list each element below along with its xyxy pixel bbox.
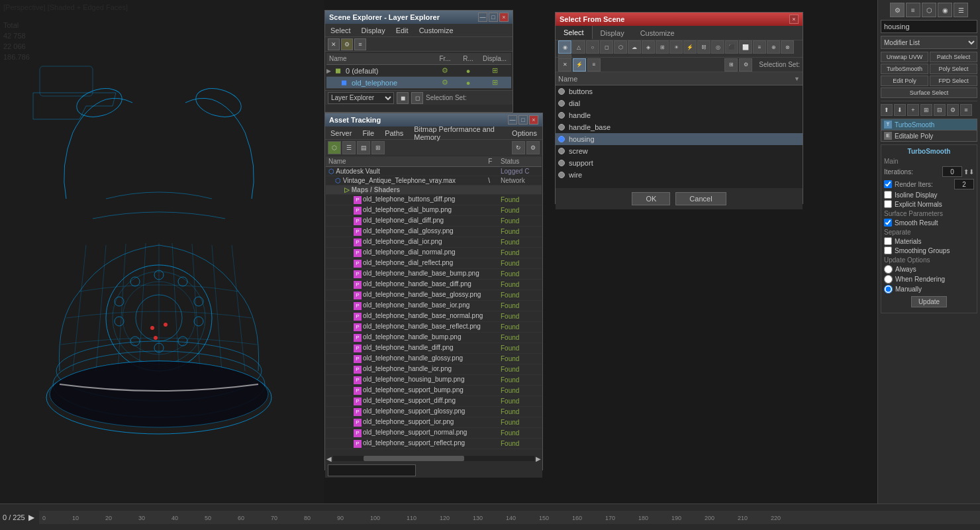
ts-isoline-check[interactable] (884, 191, 892, 199)
sfs-btn-4[interactable]: ◻ (600, 40, 613, 54)
restore-button[interactable]: □ (489, 13, 498, 22)
at-menu-server[interactable]: Server (328, 128, 354, 138)
sfs-filter-btn[interactable]: ◉ (558, 40, 571, 54)
ts-explicit-check[interactable] (884, 200, 892, 208)
footer-btn-1[interactable]: ◼ (397, 92, 409, 104)
at-tb-5[interactable]: ↻ (512, 141, 525, 154)
at-menu-file[interactable]: File (360, 128, 377, 138)
nav-icon-3[interactable]: ⬡ (922, 3, 936, 17)
file-row-20[interactable]: Pold_telephone_support_diff.png Found (326, 396, 542, 407)
menu-select[interactable]: Select (328, 25, 354, 36)
ts-manually-radio[interactable] (884, 285, 893, 293)
file-row-17[interactable]: Pold_telephone_handle_ior.png Found (326, 364, 542, 375)
scroll-right[interactable]: ▶ (536, 455, 541, 462)
h-scrollbar[interactable]: ◀ ▶ (325, 454, 542, 463)
sfs-btn-8[interactable]: ⊞ (656, 40, 669, 54)
at-menu-paths[interactable]: Paths (382, 128, 406, 138)
nav-icon-5[interactable]: ☰ (954, 3, 968, 17)
sfs-btn-15[interactable]: ≡ (753, 40, 766, 54)
at-tb-3[interactable]: ▤ (357, 141, 370, 154)
nav-icon-1[interactable]: ⚙ (890, 3, 905, 17)
ts-renderiter-check[interactable] (884, 180, 892, 188)
file-row-6[interactable]: Pold_telephone_dial_normal.png Found (326, 248, 542, 258)
file-row-1[interactable]: Pold_telephone_buttons_diff.png Found (326, 195, 542, 205)
close-button-at[interactable]: × (529, 115, 538, 125)
ts-materials-check[interactable] (884, 237, 892, 245)
viewport-3d[interactable]: [Perspective] [Shaded + Edged Faces] Tot… (0, 0, 324, 504)
tab-customize[interactable]: Customize (632, 26, 683, 40)
file-row-22[interactable]: Pold_telephone_support_ior.png Found (326, 417, 542, 428)
menu-edit[interactable]: Edit (393, 25, 411, 36)
file-row-2[interactable]: Pold_telephone_dial_bump.png Found (326, 205, 542, 216)
scroll-track[interactable] (333, 456, 534, 461)
file-row-3[interactable]: Pold_telephone_dial_diff.png Found (326, 216, 542, 227)
patch-select-btn[interactable]: Patch Select (930, 52, 977, 62)
sfs-close2[interactable]: ✕ (558, 58, 571, 72)
at-menu-options[interactable]: Options (509, 128, 540, 138)
tab-display[interactable]: Display (593, 26, 632, 40)
window-controls[interactable]: — □ × (478, 13, 509, 22)
at-tb-1[interactable]: ⬡ (328, 141, 341, 154)
ok-button[interactable]: OK (632, 192, 670, 205)
sfs-item-support[interactable]: support (556, 157, 803, 169)
ts-iter-arrows[interactable]: ⬆⬇ (963, 168, 974, 176)
sfs-close[interactable]: × (789, 15, 799, 24)
turbosmooth-btn[interactable]: TurboSmooth (881, 64, 928, 74)
nav-icon-4[interactable]: ◉ (938, 3, 952, 17)
mod-nav-7[interactable]: ≡ (960, 104, 972, 116)
mod-nav-2[interactable]: ⬇ (894, 104, 906, 116)
at-menu-bitmap[interactable]: Bitmap Performance and Memory (411, 124, 504, 142)
file-row-16[interactable]: Pold_telephone_handle_glossy.png Found (326, 354, 542, 364)
tb-btn-3[interactable]: ≡ (354, 38, 366, 50)
file-row-14[interactable]: Pold_telephone_handle_bump.png Found (326, 333, 542, 343)
mod-nav-1[interactable]: ⬆ (881, 104, 893, 116)
menu-display[interactable]: Display (359, 25, 388, 36)
timeline-arrow-btn[interactable]: ▶ (26, 513, 36, 522)
sfs-btn-11[interactable]: ⛓ (697, 40, 710, 54)
ts-renderiter-input[interactable] (954, 179, 974, 189)
cancel-button[interactable]: Cancel (675, 192, 726, 205)
file-row-5[interactable]: Pold_telephone_dial_ior.png Found (326, 237, 542, 248)
file-row-7[interactable]: Pold_telephone_dial_reflect.png Found (326, 258, 542, 269)
sfs-options[interactable]: ⊞ (724, 58, 738, 72)
file-row-4[interactable]: Pold_telephone_dial_glossy.png Found (326, 227, 542, 237)
tab-select[interactable]: Select (556, 26, 593, 40)
file-row-19[interactable]: Pold_telephone_support_bump.png Found (326, 386, 542, 396)
file-row-18[interactable]: Pold_telephone_housing_bump.png Found (326, 375, 542, 386)
sfs-titlebar[interactable]: Select From Scene × (556, 13, 803, 26)
sfs-btn-9[interactable]: ☀ (669, 40, 683, 54)
ts-smoothgroups-check[interactable] (884, 246, 892, 254)
close-button[interactable]: × (499, 13, 509, 22)
sfs-btn-16[interactable]: ⊕ (767, 40, 780, 54)
sfs-item-handle[interactable]: handle (556, 109, 803, 121)
footer-btn-2[interactable]: ◻ (411, 92, 423, 104)
sfs-btn-12[interactable]: ◎ (711, 40, 724, 54)
sfs-btn-5[interactable]: ⬡ (614, 40, 627, 54)
scroll-left[interactable]: ◀ (326, 455, 332, 462)
sfs-btn-3[interactable]: ○ (586, 40, 599, 54)
ts-update-btn[interactable]: Update (911, 296, 947, 307)
sfs-btn-10[interactable]: ⚡ (683, 40, 697, 54)
file-row-15[interactable]: Pold_telephone_handle_diff.png Found (326, 343, 542, 354)
sfs-item-buttons[interactable]: buttons (556, 85, 803, 97)
at-tb-6[interactable]: ⚙ (526, 141, 540, 154)
ts-rendering-radio[interactable] (884, 275, 893, 284)
sfs-item-wire[interactable]: wire (556, 169, 803, 181)
sfs-btn-13[interactable]: ⬛ (725, 40, 738, 54)
file-row-21[interactable]: Pold_telephone_support_glossy.png Found (326, 407, 542, 417)
sfs-view2[interactable]: ≡ (587, 58, 601, 72)
edit-poly-btn[interactable]: Edit Poly (881, 76, 928, 86)
path-input[interactable] (328, 464, 416, 476)
at-tb-2[interactable]: ☰ (342, 141, 356, 154)
sfs-btn-7[interactable]: ◈ (642, 40, 655, 54)
poly-select-btn[interactable]: Poly Select (930, 64, 977, 74)
tb-btn-1[interactable]: ✕ (328, 38, 340, 50)
file-row-10[interactable]: Pold_telephone_handle_base_glossy.png Fo… (326, 290, 542, 301)
asset-table-container[interactable]: Name F Status ⬡ Autodesk Vault Logged C … (325, 156, 542, 454)
sfs-item-housing[interactable]: housing (556, 133, 803, 145)
file-row-24[interactable]: Pold_telephone_support_reflect.png Found (326, 439, 542, 449)
restore-button-at[interactable]: □ (518, 115, 528, 125)
minimize-button-at[interactable]: — (508, 115, 517, 125)
file-row-9[interactable]: Pold_telephone_handle_base_diff.png Foun… (326, 280, 542, 290)
scene-explorer-titlebar[interactable]: Scene Explorer - Layer Explorer — □ × (325, 11, 513, 24)
